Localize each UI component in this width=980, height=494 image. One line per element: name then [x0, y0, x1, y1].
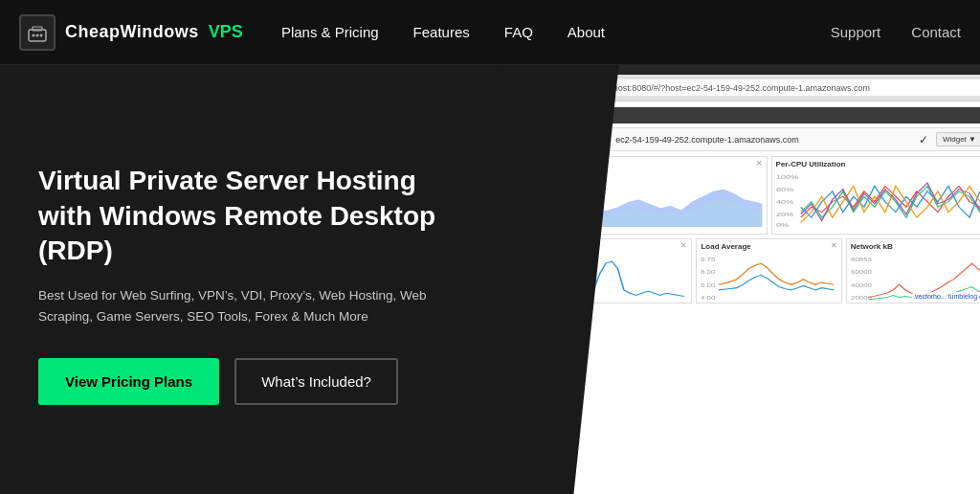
- svg-text:40000: 40000: [851, 282, 872, 288]
- whats-included-button[interactable]: What’s Included?: [234, 358, 398, 405]
- nav-link-about[interactable]: About: [568, 24, 605, 40]
- cpu-chart-close[interactable]: ✕: [756, 159, 763, 168]
- svg-text:20000: 20000: [851, 295, 872, 301]
- svg-text:9.75: 9.75: [701, 257, 716, 262]
- logo-text-green: VPS: [209, 22, 243, 42]
- navbar: CheapWindowsVPS Plans & Pricing Features…: [0, 0, 980, 65]
- hero-title: Virtual Private Server Hostingwith Windo…: [38, 164, 510, 268]
- hero-section: Virtual Private Server Hostingwith Windo…: [0, 65, 980, 494]
- nav-link-contact[interactable]: Contact: [911, 24, 961, 40]
- hostname-value: ec2-54-159-49-252.compute-1.amazonaws.co…: [615, 135, 911, 145]
- svg-point-4: [40, 34, 43, 36]
- svg-text:40%: 40%: [776, 199, 794, 205]
- top-charts-grid: CPU Utilization ✕ 100% 60% 40% 20% 0%: [546, 156, 980, 235]
- svg-text:60000: 60000: [851, 269, 872, 275]
- logo-text-white: CheapWindows: [65, 22, 199, 42]
- url-text: localhost:8080/#/?host=ec2-54-159-49-252…: [595, 83, 870, 93]
- nav-link-plans-pricing[interactable]: Plans & Pricing: [281, 24, 379, 40]
- nav-links: Plans & Pricing Features FAQ About: [281, 24, 831, 40]
- svg-rect-1: [33, 27, 42, 31]
- watermark: vectorho... tumblelog.cc: [912, 292, 980, 301]
- svg-text:6.00: 6.00: [701, 282, 716, 288]
- network-chart-title: Network kB: [851, 242, 980, 251]
- nav-link-faq[interactable]: FAQ: [504, 24, 533, 40]
- nav-link-support[interactable]: Support: [831, 24, 881, 40]
- svg-text:80853: 80853: [851, 257, 872, 262]
- bottom-charts-grid: Runnable ✕ 20.00 15.00 10.00 5.00 Load A…: [546, 238, 980, 303]
- svg-text:20%: 20%: [776, 212, 794, 217]
- svg-point-2: [33, 34, 35, 36]
- logo-icon: [19, 14, 56, 51]
- logo[interactable]: CheapWindowsVPS: [19, 14, 243, 51]
- load-average-chart-close[interactable]: ✕: [831, 241, 837, 250]
- load-average-chart-title: Load Average: [701, 242, 836, 251]
- svg-text:8.00: 8.00: [701, 269, 716, 275]
- nav-link-features[interactable]: Features: [413, 24, 470, 40]
- per-cpu-chart-title: Per-CPU Utilization: [776, 160, 980, 168]
- hero-subtitle: Best Used for Web Surfing, VPN’s, VDI, P…: [38, 285, 459, 326]
- svg-text:4.00: 4.00: [701, 295, 716, 301]
- per-cpu-utilization-chart: Per-CPU Utilization ✕ 100% 60% 40% 20% 0…: [771, 156, 980, 235]
- svg-text:100%: 100%: [776, 174, 799, 180]
- url-bar: localhost:8080/#/?host=ec2-54-159-49-252…: [590, 79, 980, 96]
- widget-button[interactable]: Widget ▼: [936, 132, 980, 146]
- load-average-chart: Load Average ✕ 9.75 8.00 6.00 4.00: [696, 238, 841, 303]
- hero-content: Virtual Private Server Hostingwith Windo…: [0, 65, 539, 494]
- checkmark-icon: ✓: [919, 133, 928, 146]
- svg-text:60%: 60%: [776, 187, 794, 192]
- hero-buttons: View Pricing Plans What’s Included?: [38, 358, 510, 405]
- view-pricing-button[interactable]: View Pricing Plans: [38, 358, 219, 405]
- network-kb-chart: Network kB ✕ 80853 60000 40000 20000: [846, 238, 980, 303]
- svg-text:0%: 0%: [776, 222, 790, 228]
- nav-right: Support Contact: [831, 24, 961, 40]
- svg-point-3: [36, 34, 39, 36]
- runnable-chart-close[interactable]: ✕: [680, 241, 687, 250]
